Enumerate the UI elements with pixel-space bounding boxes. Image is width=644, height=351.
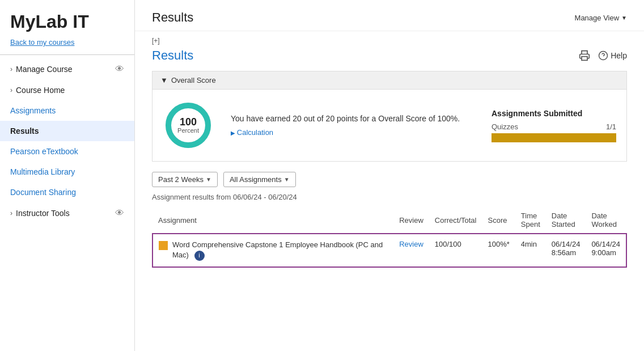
quiz-bar-fill [492, 133, 616, 142]
table-row: Word Comprehensive Capstone 1 Employee H… [152, 234, 626, 267]
top-bar: Results Manage View ▼ [135, 0, 644, 31]
section-actions: Help [579, 50, 627, 61]
sidebar-item-multimedia-library[interactable]: Multimedia Library [0, 162, 134, 182]
table-header-row: Assignment Review Correct/Total Score Ti… [152, 207, 626, 234]
date-range: Assignment results from 06/06/24 - 06/20… [152, 193, 627, 201]
overall-score-card: ▼ Overall Score 100 Percent [152, 71, 627, 162]
col-score: Score [482, 207, 515, 234]
help-label: Help [611, 51, 627, 60]
chevron-right-icon: › [10, 65, 12, 73]
score-card-body: 100 Percent You have earned 20 out of 20… [152, 90, 626, 161]
content-area: [+] Results Help ▼ Overall Score [135, 31, 644, 279]
collapse-arrow: ▼ [160, 76, 168, 84]
manage-view-button[interactable]: Manage View ▼ [575, 14, 627, 22]
chevron-down-icon: ▼ [206, 176, 211, 183]
sidebar-item-instructor-tools[interactable]: › Instructor Tools 👁 [0, 202, 134, 224]
section-header: Results Help [152, 48, 627, 63]
svg-rect-0 [582, 57, 587, 61]
correct-total-cell: 100/100 [429, 234, 482, 267]
chevron-right-icon: › [10, 86, 12, 94]
results-table: Assignment Review Correct/Total Score Ti… [152, 207, 627, 268]
col-correct-total: Correct/Total [429, 207, 482, 234]
help-button[interactable]: Help [598, 50, 627, 61]
score-card-header[interactable]: ▼ Overall Score [152, 71, 626, 90]
assignments-submitted: Assignments Submitted Quizzes 1/1 [492, 109, 616, 142]
app-logo: MyLab IT [0, 0, 134, 38]
sidebar-item-assignments[interactable]: Assignments [0, 100, 134, 121]
filters-row: Past 2 Weeks ▼ All Assignments ▼ [152, 172, 627, 187]
time-spent-cell: 4min [515, 234, 546, 267]
eye-icon: 👁 [115, 208, 124, 218]
sidebar-item-manage-course[interactable]: › Manage Course 👁 [0, 58, 134, 80]
date-started-cell: 06/14/248:56am [546, 234, 586, 267]
chevron-right-icon: › [10, 209, 12, 217]
print-button[interactable] [579, 50, 590, 61]
review-link[interactable]: Review [399, 240, 423, 248]
quiz-progress-bar [492, 133, 616, 142]
sidebar-divider [0, 54, 134, 55]
main-content: Results Manage View ▼ [+] Results Help [135, 0, 644, 351]
chevron-down-icon: ▼ [284, 176, 290, 183]
col-date-started: DateStarted [546, 207, 586, 234]
col-date-worked: DateWorked [586, 207, 626, 234]
assignment-name: Word Comprehensive Capstone 1 Employee H… [172, 240, 388, 261]
expand-toggle[interactable]: [+] [152, 37, 627, 45]
results-table-container: Assignment Review Correct/Total Score Ti… [152, 207, 627, 268]
sidebar: MyLab IT Back to my courses › Manage Cou… [0, 0, 135, 351]
type-filter[interactable]: All Assignments ▼ [223, 172, 296, 187]
col-time-spent: TimeSpent [515, 207, 546, 234]
assignment-icon [159, 241, 168, 250]
col-assignment: Assignment [152, 207, 393, 234]
period-filter[interactable]: Past 2 Weeks ▼ [152, 172, 218, 187]
sidebar-item-course-home[interactable]: › Course Home [0, 80, 134, 100]
score-cell: 100%* [482, 234, 515, 267]
eye-icon: 👁 [115, 64, 124, 74]
section-title: Results [152, 48, 193, 63]
chevron-down-icon: ▼ [621, 15, 627, 21]
col-review: Review [393, 207, 429, 234]
score-description: You have earned 20 out of 20 points for … [231, 114, 474, 137]
back-to-courses-link[interactable]: Back to my courses [0, 38, 134, 54]
sidebar-item-results[interactable]: Results [0, 121, 134, 141]
date-worked-cell: 06/14/249:00am [586, 234, 626, 267]
sidebar-item-document-sharing[interactable]: Document Sharing [0, 182, 134, 202]
review-cell[interactable]: Review [393, 234, 429, 267]
sidebar-item-pearson-etextbook[interactable]: Pearson eTextbook [0, 141, 134, 162]
assignment-cell: Word Comprehensive Capstone 1 Employee H… [152, 234, 393, 267]
page-title: Results [152, 10, 193, 25]
donut-center: 100 Percent [177, 117, 199, 134]
quizzes-row: Quizzes 1/1 [492, 122, 616, 131]
calculation-link[interactable]: Calculation [231, 128, 273, 137]
info-icon[interactable]: i [194, 251, 205, 261]
score-donut: 100 Percent [163, 100, 214, 151]
